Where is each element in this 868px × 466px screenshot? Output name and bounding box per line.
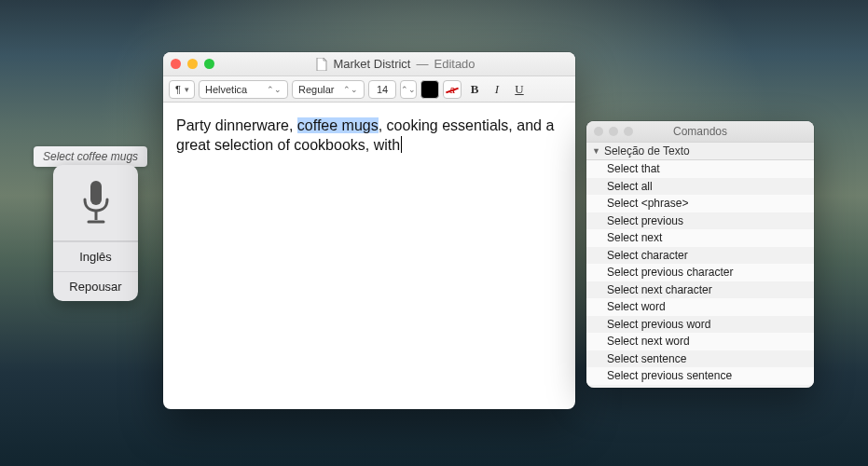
desktop: Select coffee mugs Inglês Repousar Marke… [0, 0, 868, 466]
commands-titlebar[interactable]: Comandos [586, 121, 814, 142]
chevron-updown-icon: ⌃⌄ [343, 85, 358, 94]
text-editor-window: Market District — Editado ¶▾ Helvetica⌃⌄… [163, 52, 575, 409]
paragraph-icon: ¶ [175, 84, 181, 95]
traffic-lights [594, 127, 633, 136]
command-item[interactable]: Select previous character [586, 264, 814, 281]
voice-control-widget: Inglês Repousar [53, 165, 138, 301]
text-color-swatch[interactable] [420, 80, 439, 99]
command-item[interactable]: Select next [586, 229, 814, 247]
minimize-button[interactable] [609, 127, 618, 136]
microphone-icon [53, 165, 138, 241]
command-item[interactable]: Select next character [586, 281, 814, 299]
chevron-down-icon: ▾ [185, 85, 189, 94]
command-item[interactable]: Select sentence [586, 350, 814, 368]
paragraph-style-menu[interactable]: ¶▾ [169, 80, 195, 99]
title-separator: — [416, 57, 428, 71]
underline-button[interactable]: U [510, 80, 529, 99]
font-family-value: Helvetica [205, 84, 247, 95]
minimize-button[interactable] [187, 59, 198, 69]
voice-feedback-bubble: Select coffee mugs [34, 146, 147, 167]
document-name: Market District [333, 57, 410, 71]
command-item[interactable]: Select next word [586, 333, 814, 350]
command-item[interactable]: Select character [586, 247, 814, 265]
zoom-button[interactable] [204, 59, 214, 69]
command-item[interactable]: Select word [586, 298, 814, 316]
command-item[interactable]: Select all [586, 178, 814, 196]
commands-section-header[interactable]: ▼ Seleção de Texto [586, 142, 814, 160]
font-family-select[interactable]: Helvetica⌃⌄ [199, 80, 288, 99]
selected-text: coffee mugs [297, 117, 379, 133]
command-item[interactable]: Select next sentence [586, 385, 814, 389]
close-button[interactable] [171, 59, 181, 69]
font-size-stepper[interactable]: ⌃⌄ [400, 80, 417, 99]
commands-window: Comandos ▼ Seleção de Texto Select that … [586, 121, 814, 388]
font-size-field[interactable]: 14 [368, 80, 396, 99]
document-icon [316, 58, 327, 71]
font-style-value: Regular [298, 84, 335, 95]
chevron-updown-icon: ⌃⌄ [401, 85, 416, 94]
commands-section-label: Seleção de Texto [604, 144, 690, 158]
disclosure-triangle-icon: ▼ [592, 146, 600, 156]
command-item[interactable]: Select previous word [586, 316, 814, 334]
editor-text-area[interactable]: Party dinnerware, coffee mugs, cooking e… [163, 103, 575, 409]
font-style-select[interactable]: Regular⌃⌄ [292, 80, 365, 99]
commands-title: Comandos [673, 125, 727, 138]
commands-list[interactable]: Select that Select all Select <phrase> S… [586, 160, 814, 388]
command-item[interactable]: Select that [586, 160, 814, 178]
text-caret [401, 136, 402, 153]
text-before-selection: Party dinnerware, [176, 117, 297, 133]
command-item[interactable]: Select <phrase> [586, 195, 814, 212]
command-item[interactable]: Select previous sentence [586, 367, 814, 385]
voice-language-button[interactable]: Inglês [53, 241, 138, 271]
svg-rect-0 [90, 181, 102, 205]
zoom-button[interactable] [624, 127, 633, 136]
command-item[interactable]: Select previous [586, 212, 814, 230]
close-button[interactable] [594, 127, 603, 136]
clear-formatting-button[interactable]: a [443, 80, 462, 99]
traffic-lights [171, 59, 214, 69]
italic-button[interactable]: I [488, 80, 506, 99]
noformat-letter: a [449, 84, 455, 95]
bold-button[interactable]: B [465, 80, 484, 99]
voice-rest-button[interactable]: Repousar [53, 271, 138, 301]
document-status: Editado [434, 57, 475, 71]
window-titlebar[interactable]: Market District — Editado [163, 52, 575, 76]
chevron-updown-icon: ⌃⌄ [267, 85, 282, 94]
window-title: Market District — Editado [224, 57, 568, 71]
formatting-toolbar: ¶▾ Helvetica⌃⌄ Regular⌃⌄ 14 ⌃⌄ a B I U [163, 76, 575, 103]
